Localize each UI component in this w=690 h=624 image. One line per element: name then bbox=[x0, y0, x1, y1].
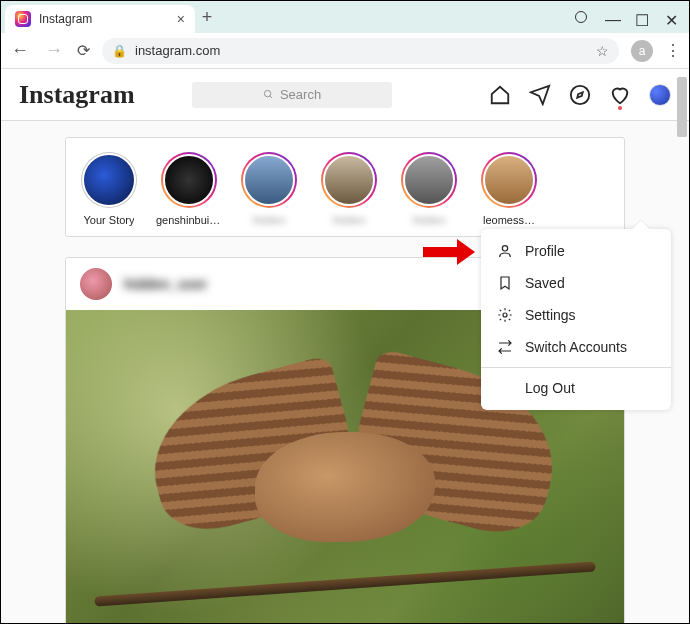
instagram-favicon bbox=[15, 11, 31, 27]
story-label: hidden bbox=[252, 214, 285, 226]
story-item[interactable]: hidden bbox=[316, 152, 382, 226]
maximize-icon[interactable]: ☐ bbox=[635, 11, 647, 23]
bookmark-icon[interactable]: ☆ bbox=[596, 43, 609, 59]
story-item[interactable]: hidden bbox=[396, 152, 462, 226]
url-text: instagram.com bbox=[135, 43, 588, 58]
chrome-menu-icon[interactable]: ⋮ bbox=[665, 41, 681, 60]
browser-address-bar: ← → ⟳ 🔒 instagram.com ☆ a ⋮ bbox=[1, 33, 689, 69]
close-window-icon[interactable]: ✕ bbox=[665, 11, 677, 23]
close-tab-icon[interactable]: × bbox=[177, 11, 185, 27]
reload-button[interactable]: ⟳ bbox=[77, 41, 90, 60]
post-author-avatar[interactable] bbox=[80, 268, 112, 300]
browser-tab[interactable]: Instagram × bbox=[5, 5, 195, 33]
search-icon bbox=[263, 89, 274, 100]
tab-title: Instagram bbox=[39, 12, 169, 26]
menu-item-switch-accounts[interactable]: Switch Accounts bbox=[481, 331, 671, 363]
instagram-logo[interactable]: Instagram bbox=[19, 80, 135, 110]
svg-line-1 bbox=[270, 96, 272, 98]
annotation-arrow bbox=[423, 239, 475, 265]
explore-icon[interactable] bbox=[569, 84, 591, 106]
search-placeholder: Search bbox=[280, 87, 321, 102]
svg-point-0 bbox=[264, 90, 270, 96]
chrome-profile-button[interactable]: a bbox=[631, 40, 653, 62]
profile-dropdown-menu: Profile Saved Settings Switch Accounts L… bbox=[481, 229, 671, 410]
switch-icon bbox=[497, 339, 513, 355]
profile-avatar-button[interactable] bbox=[649, 84, 671, 106]
home-icon[interactable] bbox=[489, 84, 511, 106]
window-controls: — ☐ ✕ bbox=[575, 11, 685, 23]
scrollbar-thumb[interactable] bbox=[677, 77, 687, 137]
new-tab-button[interactable]: + bbox=[195, 5, 219, 29]
menu-item-settings[interactable]: Settings bbox=[481, 299, 671, 331]
story-label: genshinbuil… bbox=[156, 214, 222, 226]
stories-tray: Your Story genshinbuil… hidden hidden hi… bbox=[65, 137, 625, 237]
menu-item-saved[interactable]: Saved bbox=[481, 267, 671, 299]
story-item[interactable]: leomess… bbox=[476, 152, 542, 226]
story-label: leomess… bbox=[483, 214, 535, 226]
story-item[interactable]: genshinbuil… bbox=[156, 152, 222, 226]
messages-icon[interactable] bbox=[529, 84, 551, 106]
profile-icon bbox=[497, 243, 513, 259]
activity-icon[interactable] bbox=[609, 84, 631, 106]
menu-separator bbox=[481, 367, 671, 368]
menu-item-logout[interactable]: Log Out bbox=[481, 372, 671, 404]
menu-label: Log Out bbox=[525, 380, 575, 396]
gear-icon bbox=[497, 307, 513, 323]
story-your-story[interactable]: Your Story bbox=[76, 152, 142, 226]
svg-point-3 bbox=[502, 246, 507, 251]
url-bar[interactable]: 🔒 instagram.com ☆ bbox=[102, 38, 619, 64]
menu-label: Profile bbox=[525, 243, 565, 259]
page-content: Your Story genshinbuil… hidden hidden hi… bbox=[1, 121, 689, 624]
svg-point-2 bbox=[571, 85, 589, 103]
search-input[interactable]: Search bbox=[192, 82, 392, 108]
back-button[interactable]: ← bbox=[9, 40, 31, 61]
browser-titlebar: Instagram × + — ☐ ✕ bbox=[1, 1, 689, 33]
svg-point-4 bbox=[503, 313, 507, 317]
post-author-username[interactable]: hidden_user bbox=[124, 276, 207, 292]
story-label: hidden bbox=[412, 214, 445, 226]
menu-item-profile[interactable]: Profile bbox=[481, 235, 671, 267]
forward-button[interactable]: → bbox=[43, 40, 65, 61]
story-label: Your Story bbox=[84, 214, 135, 226]
menu-label: Settings bbox=[525, 307, 576, 323]
minimize-icon[interactable]: — bbox=[605, 11, 617, 23]
notification-dot bbox=[618, 106, 622, 110]
bookmark-icon bbox=[497, 275, 513, 291]
window-account-icon[interactable] bbox=[575, 11, 587, 23]
menu-label: Saved bbox=[525, 275, 565, 291]
instagram-top-nav: Instagram Search bbox=[1, 69, 689, 121]
story-item[interactable]: hidden bbox=[236, 152, 302, 226]
story-label: hidden bbox=[332, 214, 365, 226]
menu-label: Switch Accounts bbox=[525, 339, 627, 355]
lock-icon: 🔒 bbox=[112, 44, 127, 58]
